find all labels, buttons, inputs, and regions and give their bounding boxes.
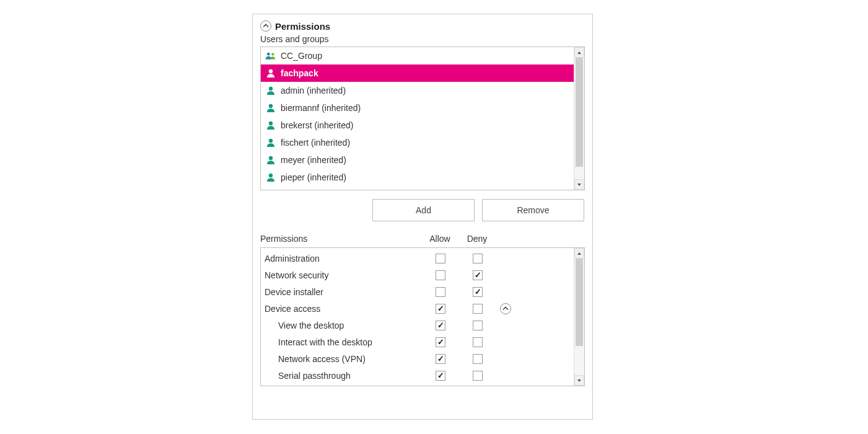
allow-checkbox[interactable] bbox=[436, 321, 445, 330]
user-icon-slot bbox=[265, 103, 277, 113]
deny-checkbox[interactable] bbox=[473, 337, 483, 347]
deny-cell bbox=[459, 354, 496, 364]
permission-label: Serial passthrough bbox=[265, 371, 422, 381]
user-list-item-label: fachpack bbox=[281, 68, 318, 78]
scroll-thumb[interactable] bbox=[576, 259, 583, 346]
permission-row: Administration bbox=[261, 250, 574, 267]
permissions-table-header: Permissions Allow Deny bbox=[260, 234, 585, 244]
user-icon bbox=[266, 155, 276, 165]
permissions-listbox[interactable]: AdministrationNetwork securityDevice ins… bbox=[260, 247, 585, 386]
allow-checkbox[interactable] bbox=[436, 304, 445, 314]
scroll-down-button[interactable] bbox=[574, 375, 584, 386]
user-icon-slot bbox=[265, 172, 277, 182]
allow-cell bbox=[422, 270, 459, 280]
user-icon-slot bbox=[265, 120, 277, 130]
scroll-up-button[interactable] bbox=[574, 47, 584, 58]
user-list-item-label: CC_Group bbox=[281, 51, 322, 61]
allow-cell bbox=[422, 371, 459, 381]
allow-checkbox[interactable] bbox=[436, 354, 445, 364]
allow-checkbox[interactable] bbox=[436, 287, 445, 297]
user-list-item-label: meyer (inherited) bbox=[281, 155, 346, 165]
user-icon-slot bbox=[265, 138, 277, 148]
deny-checkbox[interactable] bbox=[473, 371, 483, 381]
allow-cell bbox=[422, 304, 459, 314]
deny-checkbox[interactable] bbox=[473, 254, 483, 264]
permissions-panel: Permissions Users and groups CC_Groupfac… bbox=[252, 14, 593, 420]
allow-checkbox[interactable] bbox=[436, 254, 445, 264]
user-list-item[interactable]: pieper (inherited) bbox=[261, 169, 574, 186]
user-list-item-label: biermannf (inherited) bbox=[281, 103, 361, 113]
deny-cell bbox=[459, 254, 496, 264]
collapse-section-button[interactable] bbox=[260, 20, 271, 32]
permission-row: Network security bbox=[261, 267, 574, 283]
deny-checkbox[interactable] bbox=[473, 287, 483, 297]
allow-cell bbox=[422, 337, 459, 347]
perm-col-deny-header: Deny bbox=[458, 234, 496, 244]
svg-point-0 bbox=[267, 53, 270, 56]
scroll-down-button[interactable] bbox=[574, 179, 584, 190]
user-list-item-label: fischert (inherited) bbox=[281, 138, 350, 148]
perm-col-allow-header: Allow bbox=[421, 234, 458, 244]
deny-checkbox[interactable] bbox=[473, 321, 483, 330]
deny-cell bbox=[459, 304, 496, 314]
group-icon bbox=[265, 51, 276, 60]
user-list-item[interactable]: admin (inherited) bbox=[261, 82, 574, 99]
permission-label: Administration bbox=[265, 254, 422, 264]
user-list-item-label: admin (inherited) bbox=[281, 86, 346, 95]
svg-point-4 bbox=[269, 104, 273, 108]
permission-row: Serial passthrough bbox=[261, 367, 574, 384]
users-scrollbar[interactable] bbox=[574, 47, 584, 190]
permission-label: Network security bbox=[265, 270, 422, 280]
user-icon bbox=[266, 172, 276, 182]
collapse-permission-button[interactable] bbox=[500, 303, 511, 314]
user-list-item[interactable]: fachpack bbox=[261, 64, 574, 82]
user-icon-slot bbox=[265, 155, 277, 165]
allow-cell bbox=[422, 254, 459, 264]
user-list-item[interactable]: fischert (inherited) bbox=[261, 134, 574, 151]
perm-col-name-header: Permissions bbox=[260, 234, 421, 244]
scroll-up-button[interactable] bbox=[574, 248, 584, 259]
permission-row: View the desktop bbox=[261, 317, 574, 334]
user-list-item[interactable]: CC_Group bbox=[261, 47, 574, 64]
deny-cell bbox=[459, 270, 496, 280]
svg-point-5 bbox=[269, 122, 273, 125]
permissions-scrollbar[interactable] bbox=[574, 248, 584, 386]
chevron-up-icon bbox=[263, 23, 269, 29]
user-icon-slot bbox=[265, 68, 277, 78]
allow-checkbox[interactable] bbox=[436, 337, 445, 347]
permission-row: Interact with the desktop bbox=[261, 334, 574, 350]
user-list-item[interactable]: Schneider (inherited) bbox=[261, 186, 574, 190]
svg-point-7 bbox=[269, 156, 273, 160]
permission-row: Device installer bbox=[261, 283, 574, 300]
user-icon bbox=[266, 86, 276, 95]
chevron-up-icon bbox=[502, 306, 509, 312]
deny-cell bbox=[459, 287, 496, 297]
scroll-thumb[interactable] bbox=[576, 58, 583, 167]
permission-label: Interact with the desktop bbox=[265, 337, 422, 347]
allow-cell bbox=[422, 287, 459, 297]
users-groups-label: Users and groups bbox=[260, 34, 585, 44]
scroll-track[interactable] bbox=[574, 259, 584, 375]
add-button[interactable]: Add bbox=[372, 199, 475, 221]
allow-checkbox[interactable] bbox=[436, 371, 445, 381]
deny-cell bbox=[459, 321, 496, 330]
user-list-item[interactable]: biermannf (inherited) bbox=[261, 99, 574, 117]
section-title: Permissions bbox=[275, 21, 330, 32]
user-icon-slot bbox=[265, 86, 277, 95]
remove-button[interactable]: Remove bbox=[482, 199, 584, 221]
deny-cell bbox=[459, 371, 496, 381]
user-list-item[interactable]: brekerst (inherited) bbox=[261, 117, 574, 134]
deny-checkbox[interactable] bbox=[473, 304, 483, 314]
svg-point-1 bbox=[271, 53, 274, 55]
users-listbox[interactable]: CC_Groupfachpackadmin (inherited)bierman… bbox=[260, 46, 585, 190]
allow-cell bbox=[422, 354, 459, 364]
scroll-track[interactable] bbox=[574, 58, 584, 179]
permission-label: View the desktop bbox=[265, 321, 422, 330]
deny-checkbox[interactable] bbox=[473, 270, 483, 280]
allow-cell bbox=[422, 321, 459, 330]
deny-checkbox[interactable] bbox=[473, 354, 483, 364]
allow-checkbox[interactable] bbox=[436, 270, 445, 280]
user-icon bbox=[266, 68, 276, 78]
user-list-item[interactable]: meyer (inherited) bbox=[261, 151, 574, 169]
section-header: Permissions bbox=[260, 20, 585, 32]
